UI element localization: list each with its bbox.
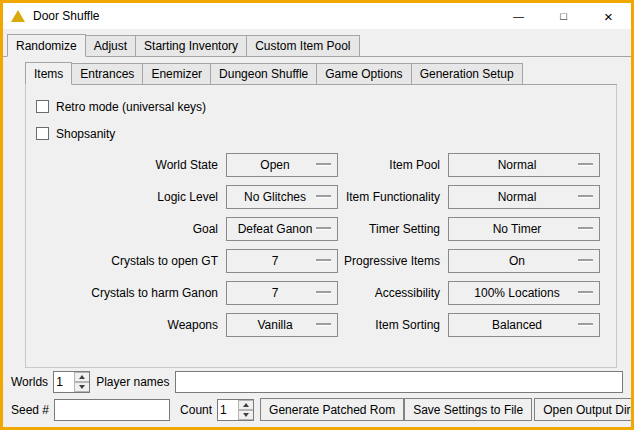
app-window: Door Shuffle — □ × Randomize Adjust Star… (0, 0, 634, 430)
seed-row: Seed # Count Generate Patched Rom Save S… (11, 398, 623, 421)
bottom-controls: Worlds Player names Seed # Count (11, 370, 623, 421)
tab-randomize[interactable]: Randomize (7, 34, 86, 57)
dropdown-value: No Glitches (244, 190, 306, 204)
progressive-items-dropdown[interactable]: On (448, 249, 600, 273)
maximize-icon[interactable]: □ (541, 3, 586, 29)
dropdown-value: 100% Locations (474, 286, 559, 300)
tab-custom-item-pool[interactable]: Custom Item Pool (246, 35, 359, 57)
goal-label: Goal (34, 222, 218, 236)
count-spinner (217, 399, 254, 421)
item-pool-label: Item Pool (338, 158, 440, 172)
item-sorting-dropdown[interactable]: Balanced (448, 313, 600, 337)
seed-label: Seed # (11, 403, 49, 417)
dropdown-value: Vanilla (257, 318, 292, 332)
window-controls: — □ × (496, 3, 631, 29)
dropdown-indicator-icon (578, 163, 593, 165)
spinner-up-icon[interactable] (238, 400, 253, 410)
tab-starting-inventory[interactable]: Starting Inventory (135, 35, 247, 57)
tab-adjust[interactable]: Adjust (85, 35, 136, 57)
crystals-gt-dropdown[interactable]: 7 (226, 249, 338, 273)
count-label: Count (180, 403, 212, 417)
timer-setting-dropdown[interactable]: No Timer (448, 217, 600, 241)
dropdown-indicator-icon (578, 323, 593, 325)
dropdown-indicator-icon (578, 227, 593, 229)
dropdown-indicator-icon (316, 227, 331, 229)
player-names-label: Player names (96, 375, 169, 389)
option-row: Crystals to harm Ganon 7 Accessibility 1… (34, 281, 608, 305)
dropdown-value: Normal (498, 158, 537, 172)
seed-input[interactable] (54, 399, 170, 421)
world-state-dropdown[interactable]: Open (226, 153, 338, 177)
dropdown-value: Balanced (492, 318, 542, 332)
option-row: Weapons Vanilla Item Sorting Balanced (34, 313, 608, 337)
shopsanity-checkbox[interactable]: Shopsanity (36, 126, 608, 141)
retro-mode-checkbox[interactable]: Retro mode (universal keys) (36, 99, 608, 114)
weapons-label: Weapons (34, 318, 218, 332)
minimize-icon[interactable]: — (496, 3, 541, 29)
goal-dropdown[interactable]: Defeat Ganon (226, 217, 338, 241)
close-icon[interactable]: × (586, 3, 631, 29)
dropdown-value: Open (260, 158, 289, 172)
spinner-down-icon[interactable] (74, 382, 89, 392)
timer-setting-label: Timer Setting (338, 222, 440, 236)
tab-enemizer[interactable]: Enemizer (142, 63, 211, 85)
title-bar: Door Shuffle — □ × (3, 3, 631, 29)
window-title: Door Shuffle (33, 9, 100, 23)
dropdown-value: 7 (272, 286, 279, 300)
option-fields: World State Open Item Pool Normal (34, 153, 608, 337)
dropdown-indicator-icon (578, 259, 593, 261)
sub-notebook: Items Entrances Enemizer Dungeon Shuffle… (25, 62, 617, 368)
progressive-items-label: Progressive Items (338, 254, 440, 268)
dropdown-indicator-icon (316, 195, 331, 197)
accessibility-dropdown[interactable]: 100% Locations (448, 281, 600, 305)
item-functionality-dropdown[interactable]: Normal (448, 185, 600, 209)
dropdown-value: No Timer (493, 222, 542, 236)
option-row: World State Open Item Pool Normal (34, 153, 608, 177)
player-names-input[interactable] (175, 371, 624, 393)
item-functionality-label: Item Functionality (338, 190, 440, 204)
worlds-label: Worlds (11, 375, 48, 389)
dropdown-indicator-icon (578, 291, 593, 293)
open-output-directory-button[interactable]: Open Output Directory (534, 398, 634, 421)
save-settings-button[interactable]: Save Settings to File (404, 398, 532, 421)
crystals-gt-label: Crystals to open GT (34, 254, 218, 268)
dropdown-value: Defeat Ganon (238, 222, 313, 236)
tab-game-options[interactable]: Game Options (316, 63, 411, 85)
tab-entrances[interactable]: Entrances (71, 63, 143, 85)
checkbox-label: Retro mode (universal keys) (56, 100, 206, 114)
item-pool-dropdown[interactable]: Normal (448, 153, 600, 177)
worlds-spinner (53, 371, 90, 393)
dropdown-value: On (509, 254, 525, 268)
app-icon (11, 10, 25, 22)
crystals-ganon-dropdown[interactable]: 7 (226, 281, 338, 305)
option-row: Crystals to open GT 7 Progressive Items … (34, 249, 608, 273)
world-state-label: World State (34, 158, 218, 172)
main-tab-bar: Randomize Adjust Starting Inventory Cust… (3, 29, 631, 57)
randomize-panel: Items Entrances Enemizer Dungeon Shuffle… (3, 57, 631, 427)
dropdown-value: Normal (498, 190, 537, 204)
dropdown-indicator-icon (316, 259, 331, 261)
dropdown-indicator-icon (578, 195, 593, 197)
weapons-dropdown[interactable]: Vanilla (226, 313, 338, 337)
spinner-up-icon[interactable] (74, 372, 89, 382)
tab-generation-setup[interactable]: Generation Setup (411, 63, 523, 85)
option-row: Goal Defeat Ganon Timer Setting No Timer (34, 217, 608, 241)
checkbox-label: Shopsanity (56, 127, 115, 141)
tab-items[interactable]: Items (25, 62, 72, 85)
count-input[interactable] (218, 400, 238, 420)
dropdown-value: 7 (272, 254, 279, 268)
accessibility-label: Accessibility (338, 286, 440, 300)
worlds-row: Worlds Player names (11, 370, 623, 393)
option-row: Logic Level No Glitches Item Functionali… (34, 185, 608, 209)
worlds-input[interactable] (54, 372, 74, 392)
crystals-ganon-label: Crystals to harm Ganon (34, 286, 218, 300)
checkbox-icon (36, 100, 49, 113)
logic-level-dropdown[interactable]: No Glitches (226, 185, 338, 209)
logic-level-label: Logic Level (34, 190, 218, 204)
dropdown-indicator-icon (316, 291, 331, 293)
generate-patched-rom-button[interactable]: Generate Patched Rom (260, 398, 404, 421)
item-sorting-label: Item Sorting (338, 318, 440, 332)
spinner-down-icon[interactable] (238, 410, 253, 420)
checkbox-icon (36, 127, 49, 140)
tab-dungeon-shuffle[interactable]: Dungeon Shuffle (210, 63, 317, 85)
